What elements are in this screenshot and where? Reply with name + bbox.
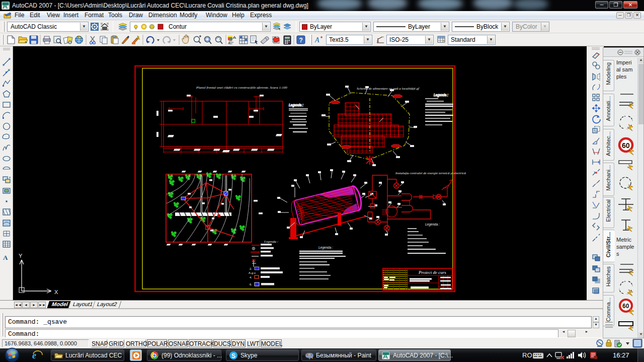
svg-text:S: S	[231, 352, 235, 359]
svg-text:6.: 6.	[250, 283, 252, 286]
svg-text:Legenda :: Legenda :	[434, 93, 448, 97]
svg-text:A: A	[228, 41, 230, 45]
svg-text:Legenda :: Legenda :	[318, 246, 333, 250]
svg-text:A: A	[3, 254, 8, 261]
svg-text:2.: 2.	[250, 267, 252, 270]
svg-text:Planul frontal unei clădiri c: Planul frontal unei clădiri cu construcţ…	[196, 86, 287, 90]
svg-text:Legenda :: Legenda :	[289, 103, 303, 107]
svg-text:Legenda :: Legenda :	[425, 223, 440, 227]
svg-text:A.g.v.: A.g.v.	[249, 271, 256, 274]
svg-text:X: X	[54, 289, 58, 295]
svg-text:?: ?	[299, 37, 303, 44]
svg-text:Proiect de curs: Proiect de curs	[418, 270, 446, 275]
svg-text:Instalaţia centralei de energi: Instalaţia centralei de energie termică …	[395, 171, 466, 175]
svg-text:A: A	[314, 36, 319, 44]
svg-text:Legenda :: Legenda :	[264, 240, 278, 244]
svg-text:60: 60	[622, 303, 629, 310]
svg-text:60: 60	[622, 141, 630, 150]
svg-text:4.: 4.	[250, 276, 252, 279]
svg-text:Y: Y	[19, 253, 23, 259]
